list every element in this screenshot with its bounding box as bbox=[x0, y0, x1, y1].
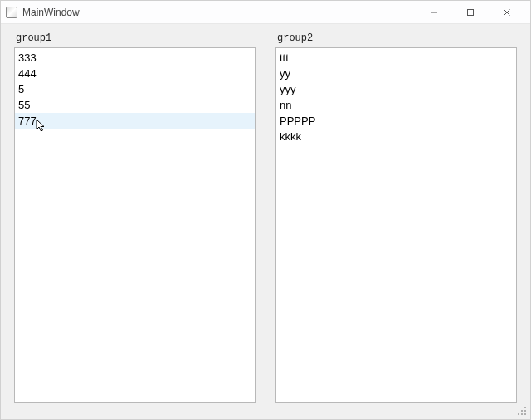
groupbox-2: group2 tttyyyyynnPPPPPkkkk bbox=[275, 32, 517, 403]
maximize-button[interactable] bbox=[452, 1, 489, 24]
list-item[interactable]: yy bbox=[276, 66, 516, 81]
titlebar[interactable]: MainWindow bbox=[1, 1, 530, 24]
app-icon bbox=[6, 7, 17, 18]
close-button[interactable] bbox=[489, 1, 525, 24]
list-group1[interactable]: 333444555777 bbox=[14, 47, 256, 403]
svg-rect-1 bbox=[468, 9, 474, 15]
list-item[interactable]: 55 bbox=[15, 97, 255, 113]
minimize-button[interactable] bbox=[416, 1, 452, 24]
window-title: MainWindow bbox=[22, 7, 80, 18]
groupbox-1: group1 333444555777 bbox=[14, 32, 256, 403]
main-window: MainWindow group1 333444555777 group2 tt… bbox=[0, 0, 531, 420]
list-item[interactable]: kkkk bbox=[276, 129, 516, 144]
list-item[interactable]: 777 bbox=[15, 113, 255, 129]
list-item[interactable]: 5 bbox=[15, 81, 255, 97]
list-item[interactable]: nn bbox=[276, 97, 516, 113]
list-item[interactable]: 333 bbox=[15, 50, 255, 66]
client-area: group1 333444555777 group2 tttyyyyynnPPP… bbox=[1, 24, 530, 419]
list-item[interactable]: ttt bbox=[276, 50, 516, 66]
group1-label: group1 bbox=[16, 32, 256, 44]
list-item[interactable]: PPPPP bbox=[276, 113, 516, 129]
group2-label: group2 bbox=[277, 32, 517, 44]
list-item[interactable]: 444 bbox=[15, 66, 255, 81]
list-item[interactable]: yyy bbox=[276, 81, 516, 97]
list-group2[interactable]: tttyyyyynnPPPPPkkkk bbox=[275, 47, 517, 403]
